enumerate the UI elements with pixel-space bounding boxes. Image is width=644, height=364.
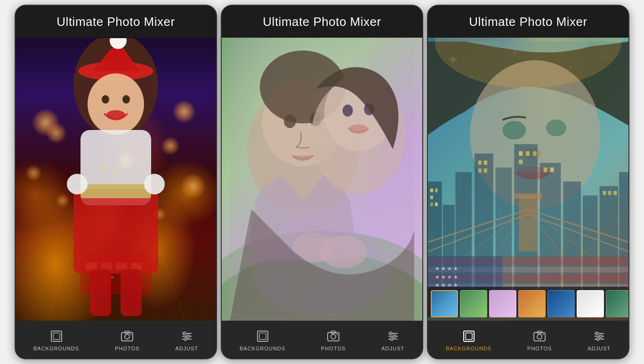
- backgrounds-icon-2: [255, 329, 270, 344]
- svg-point-15: [88, 73, 144, 135]
- phone-2-screen: [222, 38, 422, 321]
- thumbnail-4[interactable]: [518, 290, 546, 317]
- adjust-label-1: ADJUST: [175, 346, 198, 351]
- svg-rect-30: [53, 333, 60, 340]
- phone-1-toolbar: BACKGROUNDS PHOTOS: [16, 321, 216, 358]
- backgrounds-label-2: BACKGROUNDS: [240, 346, 285, 351]
- photos-icon-1: [120, 329, 135, 344]
- photos-label-3: PHOTOS: [527, 346, 552, 351]
- adjust-icon-3: [592, 329, 607, 344]
- svg-point-137: [596, 332, 598, 335]
- backgrounds-label-1: BACKGROUNDS: [33, 346, 79, 351]
- svg-point-67: [393, 335, 396, 338]
- phone-2-header: Ultimate Photo Mixer: [222, 6, 422, 38]
- svg-point-38: [183, 332, 186, 335]
- svg-point-34: [130, 334, 132, 335]
- phone-3-header: Ultimate Photo Mixer: [428, 6, 628, 38]
- couple-svg: [222, 38, 422, 321]
- svg-point-139: [596, 338, 599, 340]
- adjust-button-3[interactable]: ADJUST: [578, 327, 620, 353]
- svg-rect-20: [73, 189, 158, 274]
- phone-1-title: Ultimate Photo Mixer: [56, 15, 175, 29]
- cityscape-svg: ✦ ✦ ✦ ✦ ★ ★: [428, 38, 628, 321]
- phone-3-toolbar: BACKGROUNDS PHOTOS: [428, 321, 628, 358]
- svg-text:✦: ✦: [102, 164, 107, 171]
- thumbnail-strip: [428, 287, 628, 321]
- adjust-label-2: ADJUST: [381, 346, 404, 351]
- photos-label-2: PHOTOS: [321, 346, 346, 351]
- thumbnail-1[interactable]: [431, 290, 458, 317]
- svg-point-66: [389, 332, 392, 335]
- app-container: Ultimate Photo Mixer: [0, 0, 644, 364]
- svg-point-133: [543, 334, 544, 335]
- svg-point-25: [67, 174, 88, 194]
- adjust-icon-1: [179, 329, 194, 344]
- backgrounds-label-3: BACKGROUNDS: [446, 346, 491, 351]
- svg-point-40: [184, 338, 187, 340]
- thumbnail-6[interactable]: [577, 290, 604, 317]
- svg-point-26: [144, 174, 165, 194]
- svg-point-138: [599, 335, 602, 338]
- svg-rect-56: [230, 38, 414, 321]
- svg-point-17: [122, 95, 130, 104]
- svg-point-16: [102, 95, 109, 104]
- thumbnail-2[interactable]: [460, 290, 487, 317]
- svg-point-62: [337, 334, 338, 335]
- adjust-icon-2: [386, 329, 401, 344]
- phone-3: Ultimate Photo Mixer ✦ ✦ ✦ ✦ ★ ★: [427, 5, 629, 359]
- svg-point-18: [106, 110, 125, 120]
- svg-point-60: [331, 334, 336, 339]
- backgrounds-icon-1: [49, 329, 64, 344]
- photos-button-3[interactable]: PHOTOS: [518, 327, 561, 353]
- svg-point-32: [125, 334, 129, 339]
- photos-button-1[interactable]: PHOTOS: [105, 327, 149, 353]
- svg-rect-58: [259, 333, 266, 340]
- thumbnail-7[interactable]: [606, 290, 628, 317]
- svg-rect-27: [90, 269, 111, 316]
- phone-2: Ultimate Photo Mixer: [221, 5, 423, 359]
- backgrounds-button-3[interactable]: BACKGROUNDS: [436, 327, 501, 353]
- thumbnail-3[interactable]: [489, 290, 516, 317]
- svg-point-131: [537, 334, 542, 339]
- adjust-label-3: ADJUST: [588, 346, 611, 351]
- thumbnail-5[interactable]: [547, 290, 575, 317]
- svg-rect-129: [466, 333, 472, 340]
- phone-1-background: ✦ ✦ ✦: [16, 38, 216, 321]
- phone-2-background: [222, 38, 422, 321]
- phone-3-background: ✦ ✦ ✦ ✦ ★ ★: [428, 38, 628, 321]
- photos-button-2[interactable]: PHOTOS: [312, 327, 355, 353]
- phone-2-toolbar: BACKGROUNDS PHOTOS: [222, 321, 422, 358]
- backgrounds-button-1[interactable]: BACKGROUNDS: [24, 327, 89, 353]
- photos-icon-2: [326, 329, 341, 344]
- photos-icon-3: [532, 329, 547, 344]
- person-santa-svg: ✦ ✦ ✦: [45, 38, 186, 321]
- phone-2-title: Ultimate Photo Mixer: [263, 15, 381, 29]
- backgrounds-icon-3: [461, 329, 476, 344]
- backgrounds-button-2[interactable]: BACKGROUNDS: [230, 327, 295, 353]
- svg-text:✦: ✦: [118, 161, 122, 166]
- svg-text:✦: ✦: [111, 172, 116, 178]
- adjust-button-2[interactable]: ADJUST: [372, 327, 414, 353]
- phone-1-screen: ✦ ✦ ✦: [16, 38, 216, 321]
- phone-1-header: Ultimate Photo Mixer: [16, 6, 216, 38]
- adjust-button-1[interactable]: ADJUST: [166, 327, 208, 353]
- phone-1: Ultimate Photo Mixer: [15, 5, 217, 359]
- photos-label-1: PHOTOS: [115, 346, 139, 351]
- svg-rect-21: [80, 184, 151, 198]
- svg-rect-28: [121, 269, 142, 316]
- svg-point-68: [390, 338, 393, 340]
- phone-3-screen: ✦ ✦ ✦ ✦ ★ ★: [428, 38, 628, 321]
- phone-3-title: Ultimate Photo Mixer: [469, 15, 587, 29]
- svg-point-39: [187, 335, 190, 338]
